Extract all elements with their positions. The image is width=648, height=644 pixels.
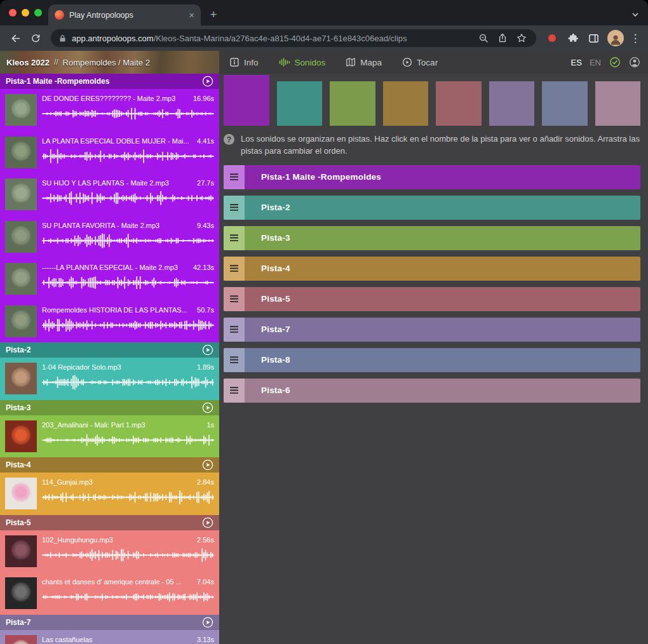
tab-close-icon[interactable]: × — [189, 10, 194, 20]
clip-waveform[interactable] — [42, 190, 214, 206]
clip-item[interactable]: Las castañuelas3.13s — [0, 630, 219, 644]
bookmark-star-icon[interactable] — [515, 31, 529, 45]
clip-body: Las castañuelas3.13s — [42, 635, 214, 644]
track-play-button[interactable] — [202, 76, 213, 87]
track-header[interactable]: Pista-5 — [0, 515, 219, 530]
clip-item[interactable]: SU HIJO Y LAS PLANTAS - Maite 2.mp327.7s — [0, 173, 219, 216]
track-play-button[interactable] — [202, 459, 213, 471]
nav-info[interactable]: Info — [219, 51, 269, 74]
tab-search-chevron-icon[interactable] — [631, 10, 639, 21]
nav-label: Tocar — [417, 58, 438, 67]
track-swatch-pista-4[interactable] — [383, 81, 429, 126]
fullscreen-window-button[interactable] — [34, 9, 42, 17]
breadcrumb-path[interactable]: Rompemoldes / Maite 2 — [63, 58, 150, 67]
track-swatch-pista-3[interactable] — [330, 81, 375, 126]
drag-handle-icon[interactable] — [224, 348, 245, 372]
share-icon[interactable] — [496, 31, 510, 45]
clip-waveform[interactable] — [42, 589, 214, 605]
nav-sonidos[interactable]: Sonidos — [269, 51, 336, 74]
help-text: Los sonidos se organizan en pistas. Haz … — [241, 133, 640, 158]
drag-handle-icon[interactable] — [224, 287, 245, 311]
drag-handle-icon[interactable] — [224, 196, 245, 220]
clip-waveform[interactable] — [42, 547, 214, 563]
track-swatch-pista-5[interactable] — [436, 81, 482, 126]
clip-item[interactable]: ------LA PLANNTA ESPECIAL - Maite 2.mp34… — [0, 258, 219, 300]
track-play-button[interactable] — [202, 344, 213, 356]
extensions-puzzle-icon[interactable] — [564, 29, 582, 47]
track-play-button[interactable] — [202, 402, 213, 413]
track-swatch-pista-6[interactable] — [595, 81, 641, 126]
clip-waveform[interactable] — [42, 274, 214, 291]
clip-waveform[interactable] — [42, 489, 214, 506]
track-row[interactable]: Pista-6 — [224, 379, 640, 403]
breadcrumb-project[interactable]: Kleos 2022 — [6, 58, 50, 67]
browser-tab[interactable]: Play Antropoloops × — [48, 4, 201, 25]
track-row[interactable]: Pista-7 — [224, 318, 640, 342]
clip-item[interactable]: 102_Hunguhungu.mp32.56s — [0, 530, 219, 573]
browser-menu-icon[interactable]: ⋮ — [629, 32, 642, 45]
clip-waveform[interactable] — [42, 432, 214, 448]
track-swatch-pista-2[interactable] — [277, 81, 323, 126]
clip-item[interactable]: LA PLANTA ESPECIAL DOBLE MUJER - Mai...4… — [0, 131, 219, 174]
clip-body: SU HIJO Y LAS PLANTAS - Maite 2.mp327.7s — [42, 178, 214, 211]
track-row[interactable]: Pista-4 — [224, 257, 640, 281]
new-tab-button[interactable]: + — [205, 6, 222, 23]
url-text: app.antropoloops.com/Kleos-Santa-Marina/… — [72, 34, 471, 43]
track-swatch-pista-8[interactable] — [542, 81, 588, 126]
track-swatch-pista-7[interactable] — [489, 81, 535, 126]
drag-handle-icon[interactable] — [224, 165, 245, 189]
profile-avatar[interactable] — [607, 30, 624, 46]
close-window-button[interactable] — [9, 9, 17, 17]
clip-info: 203_Amalihani - Mali: Part 1.mp31s — [42, 420, 214, 430]
drag-handle-icon[interactable] — [224, 379, 245, 403]
reload-button[interactable] — [27, 29, 44, 47]
clip-item[interactable]: 114_Gunjai.mp32.84s — [0, 473, 219, 515]
track-header[interactable]: Pista-4 — [0, 457, 219, 473]
lang-es[interactable]: ES — [571, 58, 582, 67]
track-play-button[interactable] — [202, 617, 213, 628]
clip-duration: 4.41s — [197, 137, 214, 146]
clip-item[interactable]: SU PLANTA FAVORITA - Maite 2.mp39.43s — [0, 216, 219, 258]
clip-waveform[interactable] — [42, 232, 214, 249]
drag-handle-icon[interactable] — [224, 318, 245, 342]
track-header[interactable]: Pista-1 Maite -Rompemoldes — [0, 74, 219, 89]
track-header[interactable]: Pista-2 — [0, 342, 219, 358]
track-row[interactable]: Pista-8 — [224, 348, 640, 372]
zoom-icon[interactable] — [476, 31, 490, 45]
minimize-window-button[interactable] — [22, 9, 29, 17]
account-icon[interactable] — [629, 57, 640, 68]
recording-extension-icon[interactable] — [548, 34, 556, 42]
track-row[interactable]: Pista-2 — [224, 196, 640, 220]
track-row[interactable]: Pista-1 Maite -Rompemoldes — [224, 165, 640, 189]
side-panel-icon[interactable] — [584, 29, 602, 47]
lang-en[interactable]: EN — [590, 58, 601, 67]
clip-waveform[interactable] — [42, 148, 214, 164]
track-play-button[interactable] — [202, 517, 213, 528]
track-header[interactable]: Pista-3 — [0, 400, 219, 415]
track-row[interactable]: Pista-5 — [224, 287, 640, 311]
clip-waveform[interactable] — [42, 105, 214, 122]
track-header[interactable]: Pista-7 — [0, 615, 219, 630]
breadcrumb[interactable]: Kleos 2022 // Rompemoldes / Maite 2 — [0, 51, 219, 74]
track-row[interactable]: Pista-3 — [224, 226, 640, 250]
clip-waveform[interactable] — [42, 317, 214, 333]
track-row-label: Pista-5 — [261, 294, 290, 304]
clip-title: ------LA PLANNTA ESPECIAL - Maite 2.mp3 — [42, 263, 178, 272]
clip-waveform[interactable] — [42, 374, 214, 391]
drag-handle-icon[interactable] — [224, 226, 245, 250]
track-section: Pista-1 Maite -RompemoldesDE DONDE ERES?… — [0, 74, 219, 342]
clip-item[interactable]: 203_Amalihani - Mali: Part 1.mp31s — [0, 415, 219, 458]
back-button[interactable] — [6, 29, 24, 47]
address-bar[interactable]: app.antropoloops.com/Kleos-Santa-Marina/… — [51, 29, 536, 47]
clip-item[interactable]: Rompemoldes HISTORIA DE LAS PLANTAS...50… — [0, 300, 219, 343]
track-swatch-pista-1[interactable] — [224, 75, 269, 126]
nav-tocar[interactable]: Tocar — [392, 51, 448, 74]
main-panel: ? Los sonidos se organizan en pistas. Ha… — [219, 74, 648, 644]
drag-handle-icon[interactable] — [224, 257, 245, 281]
clip-title: 114_Gunjai.mp3 — [42, 478, 93, 487]
check-circle-icon[interactable] — [609, 57, 621, 68]
clip-item[interactable]: 1-04 Repicador Solo.mp31.89s — [0, 358, 219, 400]
clip-item[interactable]: DE DONDE ERES???????? - Maite 2.mp316.96… — [0, 89, 219, 131]
clip-item[interactable]: chants et danses d' amerique centrale - … — [0, 572, 219, 615]
nav-mapa[interactable]: Mapa — [335, 51, 392, 74]
